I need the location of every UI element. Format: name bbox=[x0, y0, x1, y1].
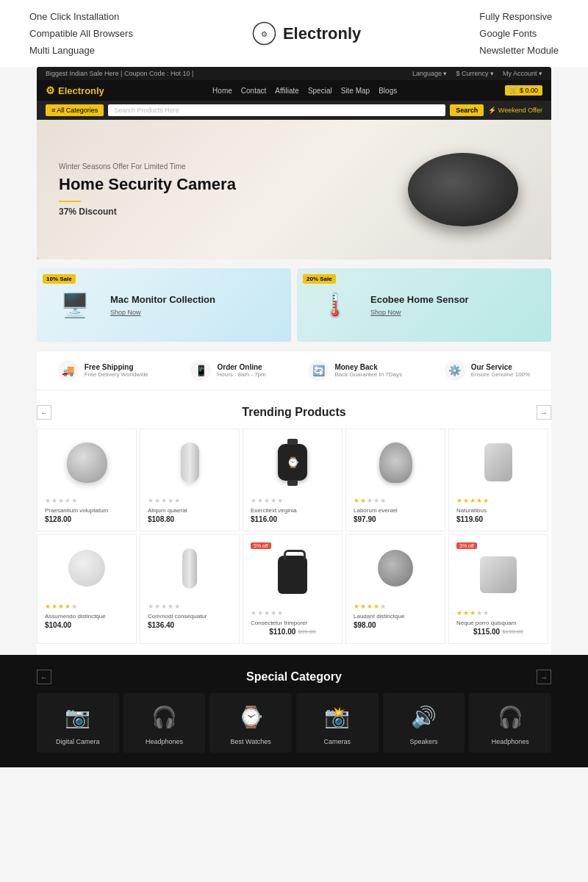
currency-select[interactable]: $ Currency ▾ bbox=[456, 70, 494, 77]
price-wrapper: $115.00 $198.00 bbox=[473, 628, 523, 636]
product-stars: ★★★★★ bbox=[456, 497, 489, 504]
feature-item-1: One Click Installation bbox=[29, 11, 133, 22]
feature-money-back: 🔄 Money Back Back Guarantee In 7Days bbox=[308, 360, 402, 381]
category-headphones-2[interactable]: 🎧 Headphones bbox=[469, 693, 551, 753]
product-price: $119.60 bbox=[456, 515, 483, 523]
product-card[interactable]: 3% off ★★★★★ Neque porro quisquam $115.0… bbox=[448, 534, 548, 644]
trending-title: Trending Products bbox=[51, 406, 537, 419]
language-select[interactable]: Language ▾ bbox=[412, 70, 448, 77]
money-back-text: Money Back Back Guarantee In 7Days bbox=[334, 363, 402, 378]
nav-sitemap[interactable]: Site Map bbox=[341, 87, 370, 95]
special-next-arrow[interactable]: → bbox=[537, 670, 551, 684]
money-back-icon: 🔄 bbox=[308, 360, 329, 381]
category-name: Headphones bbox=[146, 738, 183, 745]
promo-card-text-1: Mac Monitor Collection Shop Now bbox=[104, 294, 282, 317]
hero-discount: 37% Discount bbox=[59, 207, 236, 217]
product-name: Aliqum quaerat bbox=[148, 507, 187, 514]
shop-now-2[interactable]: Shop Now bbox=[370, 309, 542, 316]
product-shape bbox=[408, 153, 518, 226]
product-card[interactable]: ★★★★★ Praesantium voluptatum $128.00 bbox=[37, 429, 137, 531]
product-price: $110.00 bbox=[269, 628, 295, 636]
main-logo-area: ⚙ Electronly bbox=[251, 21, 361, 46]
account-menu[interactable]: My Account ▾ bbox=[503, 70, 542, 77]
shipping-icon: 🚚 bbox=[58, 360, 79, 381]
hero-product-image bbox=[397, 142, 529, 237]
category-watches[interactable]: ⌚ Best Watches bbox=[209, 693, 292, 753]
feature-bar-right: Fully Responsive Google Fonts Newsletter… bbox=[479, 11, 559, 56]
category-headphones[interactable]: 🎧 Headphones bbox=[123, 693, 206, 753]
product-card[interactable]: ★★★★★ Naturatibus $119.60 bbox=[448, 429, 548, 531]
special-prev-arrow[interactable]: ← bbox=[37, 670, 51, 684]
product-name: Neque porro quisquam bbox=[456, 620, 516, 626]
product-image bbox=[469, 549, 528, 600]
hero-title: Home Security Camera bbox=[59, 175, 236, 194]
product-card[interactable]: ⌚ ★★★★★ Exercitext virginia $116.00 bbox=[243, 429, 343, 531]
nav-special[interactable]: Special bbox=[308, 87, 332, 95]
product-stars: ★★★★★ bbox=[45, 603, 77, 610]
product-card[interactable]: ★★★★★ Laudant distinctque $98.00 bbox=[345, 534, 445, 644]
mockup-topbar: Biggest Indian Sale Here | Coupon Code :… bbox=[37, 67, 551, 80]
categories-dropdown[interactable]: ≡ All Categories bbox=[46, 104, 104, 116]
product-card[interactable]: 5% off ★★★★★ Consectetur frimporer $110.… bbox=[243, 534, 343, 644]
service-text: Our Service Ensure Genuine 100% bbox=[471, 363, 531, 378]
website-mockup: Biggest Indian Sale Here | Coupon Code :… bbox=[37, 67, 551, 259]
category-name: Speakers bbox=[410, 738, 438, 745]
promo-badge-1: 10% Sale bbox=[43, 274, 76, 284]
product-name: Laudant distinctque bbox=[354, 613, 404, 620]
product-stars: ★★★★★ bbox=[45, 497, 77, 504]
product-image bbox=[57, 542, 116, 594]
promo-card-ecobee[interactable]: 20% Sale 🌡️ Ecobee Home Sensor Shop Now bbox=[297, 268, 551, 342]
topbar-left: Biggest Indian Sale Here | Coupon Code :… bbox=[46, 70, 193, 77]
category-icon: ⌚ bbox=[232, 700, 269, 734]
product-stars: ★★★★★ bbox=[251, 497, 283, 504]
ecobee-image: 🌡️ bbox=[306, 279, 365, 331]
mockup-search-bar: ≡ All Categories Search Products Here Se… bbox=[37, 101, 551, 120]
category-icon: 📸 bbox=[319, 700, 356, 734]
product-stars: ★★★★★ bbox=[148, 603, 180, 610]
prev-arrow[interactable]: ← bbox=[37, 405, 51, 420]
mockup-nav: ⚙ Electronly Home Contact Affiliate Spec… bbox=[37, 80, 551, 101]
nav-blogs[interactable]: Blogs bbox=[379, 87, 397, 95]
feature-item-5: Google Fonts bbox=[479, 28, 559, 39]
category-digital-camera[interactable]: 📷 Digital Camera bbox=[37, 693, 119, 753]
trending-header: ← Trending Products → bbox=[37, 401, 551, 429]
product-price-old: $198.00 bbox=[502, 628, 523, 635]
product-name: Exercitext virginia bbox=[251, 507, 297, 514]
mockup-logo: ⚙ Electronly bbox=[46, 85, 104, 96]
category-grid: 📷 Digital Camera 🎧 Headphones ⌚ Best Wat… bbox=[37, 693, 551, 753]
category-speakers[interactable]: 🔊 Speakers bbox=[383, 693, 465, 753]
next-arrow[interactable]: → bbox=[537, 405, 551, 420]
product-card[interactable]: ★★★★★ Laborum eveniet $97.90 bbox=[345, 429, 445, 531]
cart-button[interactable]: 🛒 $ 0.00 bbox=[505, 85, 542, 96]
shop-now-1[interactable]: Shop Now bbox=[110, 309, 282, 316]
nav-home[interactable]: Home bbox=[212, 87, 232, 95]
search-input[interactable]: Search Products Here bbox=[108, 104, 445, 116]
nav-affiliate[interactable]: Affiliate bbox=[275, 87, 299, 95]
nav-contact[interactable]: Contact bbox=[241, 87, 266, 95]
promo-badge-2: 20% Sale bbox=[303, 274, 336, 284]
product-card[interactable]: ★★★★★ Aliqum quaerat $108.80 bbox=[140, 429, 240, 531]
promo-title-2: Ecobee Home Sensor bbox=[370, 294, 542, 306]
special-header: ← Special Category → bbox=[37, 666, 551, 693]
product-image bbox=[263, 549, 322, 600]
feature-item-6: Newsletter Module bbox=[479, 45, 559, 56]
order-text: Order Online Hours : 8am - 7pm bbox=[217, 363, 265, 378]
product-image bbox=[469, 437, 528, 488]
product-image bbox=[366, 437, 425, 488]
category-icon: 🎧 bbox=[146, 700, 183, 734]
category-name: Best Watches bbox=[231, 738, 271, 745]
category-cameras[interactable]: 📸 Cameras bbox=[296, 693, 379, 753]
product-price: $136.40 bbox=[148, 621, 174, 629]
product-name: Consectetur frimporer bbox=[251, 620, 307, 626]
product-price: $98.00 bbox=[354, 621, 376, 629]
product-price: $104.00 bbox=[45, 621, 71, 629]
special-category-section: ← Special Category → 📷 Digital Camera 🎧 … bbox=[0, 655, 588, 767]
promo-card-monitor[interactable]: 10% Sale 🖥️ Mac Monitor Collection Shop … bbox=[37, 268, 291, 342]
product-card[interactable]: ★★★★★ Assumendo distinctque $104.00 bbox=[37, 534, 137, 644]
product-card[interactable]: ★★★★★ Commodi consequatur $136.40 bbox=[140, 534, 240, 644]
feature-shipping: 🚚 Free Shipping Free Delivery Worldwide bbox=[58, 360, 148, 381]
product-price: $97.90 bbox=[354, 515, 376, 523]
search-button[interactable]: Search bbox=[450, 104, 484, 116]
product-stars: ★★★★★ bbox=[354, 497, 386, 504]
trending-products-section: ← Trending Products → ★★★★★ Praesantium … bbox=[37, 390, 551, 655]
